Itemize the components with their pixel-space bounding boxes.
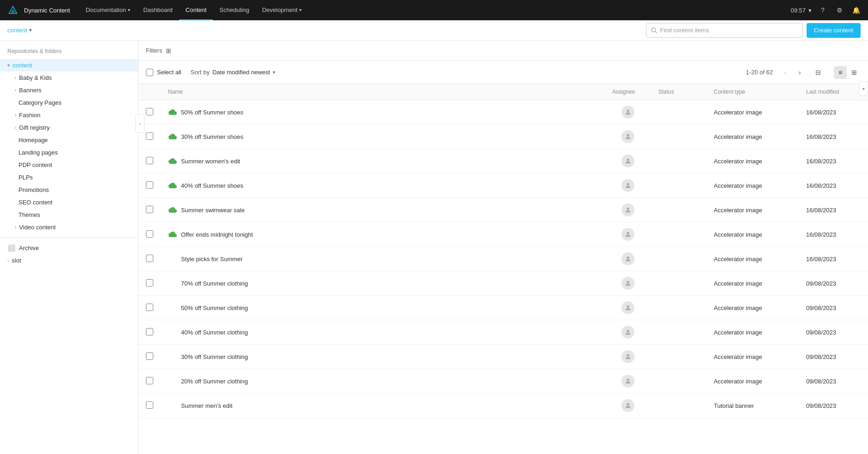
name-cell: 30% off Summer clothing [161, 345, 605, 369]
sidebar-item-homepage[interactable]: Homepage [0, 134, 138, 146]
row-checkbox[interactable] [146, 206, 153, 213]
sidebar-item-content[interactable]: ▾ content [0, 59, 138, 72]
content-type-value: Accelerator image [714, 182, 762, 189]
sort-dropdown-arrow[interactable]: ▾ [273, 70, 275, 75]
row-checkbox[interactable] [146, 132, 153, 140]
content-table: Name Assignee Status Content type Last m… [139, 84, 868, 418]
row-checkbox[interactable] [146, 279, 153, 287]
sidebar-item-slot[interactable]: › slot [0, 254, 138, 267]
row-checkbox-cell[interactable] [139, 394, 161, 418]
select-all-wrapper[interactable]: Select all [146, 69, 181, 76]
last-modified-cell: 16/08/2023 [799, 198, 868, 222]
item-name[interactable]: Summer swimwear sale [181, 207, 245, 214]
nav-content[interactable]: Content [179, 0, 213, 20]
last-modified-cell: 09/08/2023 [799, 296, 868, 320]
sidebar-item-video-content[interactable]: › Video content [0, 221, 138, 233]
item-name[interactable]: Summer men's edit [181, 402, 233, 409]
row-checkbox-cell[interactable] [139, 222, 161, 247]
right-panel-collapse[interactable]: ▾ [859, 81, 868, 96]
status-cell [651, 394, 706, 418]
row-checkbox[interactable] [146, 230, 153, 238]
row-checkbox-cell[interactable] [139, 369, 161, 394]
search-box[interactable] [646, 23, 803, 38]
sidebar-item-pdp-content[interactable]: PDP content [0, 159, 138, 171]
sidebar-item-landing-pages[interactable]: Landing pages [0, 146, 138, 159]
sidebar-item-category-pages[interactable]: Category Pages [0, 96, 138, 109]
content-type-value: Accelerator image [714, 256, 762, 263]
item-name[interactable]: 50% off Summer shoes [181, 109, 243, 116]
sidebar-item-baby-kids[interactable]: › Baby & Kids [0, 72, 138, 84]
sidebar-item-fashion[interactable]: › Fashion [0, 109, 138, 121]
user-icon [624, 206, 632, 214]
item-name[interactable]: Summer women's edit [181, 158, 240, 165]
item-name[interactable]: Style picks for Summer [181, 256, 243, 263]
item-name[interactable]: Offer ends midnight tonight [181, 231, 253, 238]
item-name[interactable]: 30% off Summer shoes [181, 133, 243, 140]
th-name: Name [161, 84, 605, 100]
item-name[interactable]: 30% off Summer clothing [181, 353, 248, 360]
last-modified-value: 16/08/2023 [806, 109, 836, 116]
create-content-button[interactable]: Create content [807, 23, 861, 38]
sidebar-item-seo-content[interactable]: SEO content [0, 196, 138, 209]
table-row: 40% off Summer clothing Accelerator imag… [139, 320, 868, 345]
sidebar-item-promotions[interactable]: Promotions [0, 184, 138, 196]
row-checkbox[interactable] [146, 328, 153, 335]
row-checkbox-cell[interactable] [139, 198, 161, 222]
sidebar-item-themes[interactable]: Themes [0, 209, 138, 221]
row-checkbox[interactable] [146, 377, 153, 384]
content-type-value: Accelerator image [714, 231, 762, 238]
row-checkbox[interactable] [146, 401, 153, 409]
settings-icon[interactable]: ⚙ [833, 4, 846, 17]
row-checkbox-cell[interactable] [139, 345, 161, 369]
last-modified-value: 16/08/2023 [806, 158, 836, 165]
row-checkbox[interactable] [146, 352, 153, 360]
nav-dashboard[interactable]: Dashboard [137, 0, 179, 20]
item-name[interactable]: 70% off Summer clothing [181, 280, 248, 287]
item-name[interactable]: 40% off Summer clothing [181, 329, 248, 336]
sidebar-title: Repositories & folders [0, 46, 138, 59]
filter-icon[interactable]: ⊞ [166, 47, 171, 54]
row-checkbox-cell[interactable] [139, 173, 161, 198]
select-all-label[interactable]: Select all [157, 69, 181, 76]
row-checkbox-cell[interactable] [139, 149, 161, 173]
sidebar-item-plps[interactable]: PLPs [0, 171, 138, 184]
row-checkbox-cell[interactable] [139, 296, 161, 320]
row-checkbox[interactable] [146, 255, 153, 262]
row-checkbox-cell[interactable] [139, 320, 161, 345]
name-cell: Summer women's edit [161, 149, 605, 173]
sidebar-item-archive[interactable]: ⬜ Archive [0, 241, 138, 254]
name-cell: Summer men's edit [161, 394, 605, 418]
row-checkbox-cell[interactable] [139, 271, 161, 296]
nav-development[interactable]: Development ▾ [256, 0, 308, 20]
select-all-checkbox[interactable] [146, 69, 153, 76]
sidebar-item-gift-registry[interactable]: › Gift registry [0, 121, 138, 134]
assignee-cell [605, 125, 651, 149]
next-page-button[interactable]: › [793, 66, 806, 79]
status-cell [651, 345, 706, 369]
item-name[interactable]: 50% off Summer clothing [181, 305, 248, 311]
app-logo [6, 3, 20, 18]
user-icon [624, 353, 632, 360]
row-checkbox[interactable] [146, 304, 153, 311]
row-checkbox-cell[interactable] [139, 247, 161, 271]
help-icon[interactable]: ? [816, 4, 829, 17]
nav-icons: ? ⚙ 🔔 [816, 4, 862, 17]
list-view-button[interactable]: ≡ [834, 66, 847, 79]
item-name[interactable]: 40% off Summer shoes [181, 182, 243, 189]
item-name[interactable]: 20% off Summer clothing [181, 378, 248, 385]
nav-documentation[interactable]: Documentation ▾ [79, 0, 137, 20]
row-checkbox[interactable] [146, 157, 153, 164]
search-input[interactable] [660, 27, 798, 34]
notifications-icon[interactable]: 🔔 [850, 4, 862, 17]
nav-scheduling[interactable]: Scheduling [213, 0, 255, 20]
column-settings-button[interactable]: ⊟ [812, 66, 825, 79]
sidebar-collapse-button[interactable]: ‹ [135, 114, 145, 133]
pagination-navigation: ‹ › [778, 66, 806, 79]
content-breadcrumb[interactable]: content ▾ [7, 27, 32, 34]
table-row: Summer swimwear sale Accelerator image 1… [139, 198, 868, 222]
sidebar-item-banners[interactable]: › Banners [0, 84, 138, 96]
grid-view-button[interactable]: ⊞ [848, 66, 861, 79]
row-checkbox[interactable] [146, 108, 153, 115]
row-checkbox[interactable] [146, 181, 153, 189]
prev-page-button[interactable]: ‹ [778, 66, 791, 79]
